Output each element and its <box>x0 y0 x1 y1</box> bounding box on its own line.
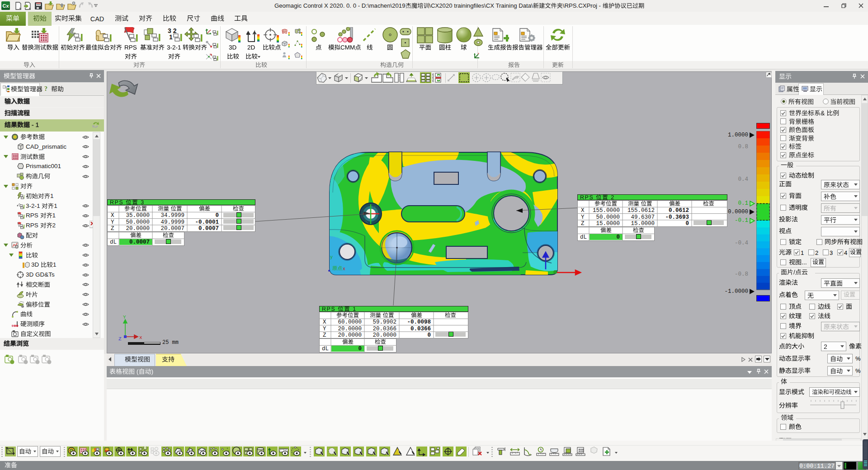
svg-text:x: x <box>343 267 345 272</box>
svg-text:Cx: Cx <box>2 3 9 9</box>
svg-text:Y: Y <box>123 315 126 320</box>
svg-text:Z: Z <box>118 336 122 341</box>
svg-text:?: ? <box>44 85 47 92</box>
svg-text:x: x <box>139 335 142 340</box>
svg-text:y: y <box>330 255 333 260</box>
